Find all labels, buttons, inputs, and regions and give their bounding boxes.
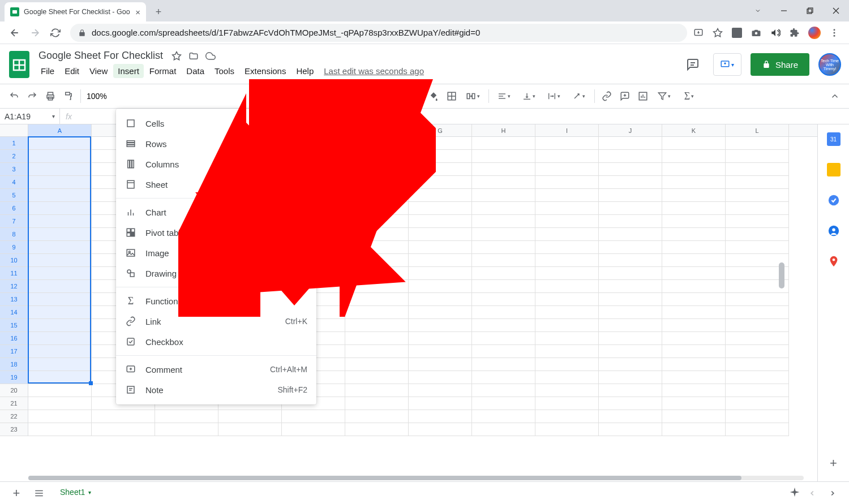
row-header[interactable]: 12 xyxy=(0,280,28,293)
cell[interactable] xyxy=(599,150,662,163)
minimize-button[interactable] xyxy=(771,0,797,21)
cell[interactable] xyxy=(599,189,662,202)
cell[interactable] xyxy=(535,332,599,345)
menu-extensions[interactable]: Extensions xyxy=(240,64,290,78)
cell[interactable] xyxy=(409,150,472,163)
cell[interactable] xyxy=(535,423,599,436)
cell[interactable] xyxy=(599,345,662,358)
cell[interactable] xyxy=(345,254,409,267)
cell[interactable] xyxy=(535,345,599,358)
row-header[interactable]: 6 xyxy=(0,202,28,215)
collapse-toolbar-icon[interactable] xyxy=(826,88,843,105)
text-color-button[interactable]: A xyxy=(401,88,418,105)
insert-menu-sheet[interactable]: SheetShift+ xyxy=(116,174,316,195)
last-edit-link[interactable]: Last edit was seconds ago xyxy=(319,64,428,78)
column-header[interactable]: A xyxy=(28,124,92,136)
cell[interactable] xyxy=(409,345,472,358)
text-wrap-button[interactable]: ▾ xyxy=(542,88,566,105)
functions-button[interactable]: Σ▾ xyxy=(678,88,701,105)
insert-menu-drawing[interactable]: Drawing xyxy=(116,263,316,283)
cell[interactable] xyxy=(282,410,345,423)
cell[interactable] xyxy=(409,176,472,189)
cell[interactable] xyxy=(28,397,92,410)
cell[interactable] xyxy=(28,306,92,319)
google-account-avatar[interactable]: Tech TimeWithTimmy! xyxy=(818,53,841,76)
cell[interactable] xyxy=(28,228,92,241)
row-header[interactable]: 20 xyxy=(0,384,28,397)
cell[interactable] xyxy=(662,345,726,358)
cell[interactable] xyxy=(472,397,535,410)
cell[interactable] xyxy=(599,241,662,254)
cell[interactable] xyxy=(726,176,789,189)
row-header[interactable]: 5 xyxy=(0,189,28,202)
url-field[interactable]: docs.google.com/spreadsheets/d/1F7abwzAF… xyxy=(70,24,687,42)
insert-comment-button[interactable] xyxy=(616,88,633,105)
browser-tab[interactable]: Google Sheet For Checklist - Goo × xyxy=(5,2,146,21)
row-header[interactable]: 13 xyxy=(0,293,28,306)
document-title[interactable]: Google Sheet For Checklist xyxy=(36,49,165,63)
chrome-menu-icon[interactable] xyxy=(829,27,840,38)
cell[interactable] xyxy=(535,202,599,215)
cell[interactable] xyxy=(662,163,726,176)
cell[interactable] xyxy=(218,423,282,436)
cell[interactable] xyxy=(345,423,409,436)
cell[interactable] xyxy=(472,423,535,436)
borders-button[interactable] xyxy=(443,88,460,105)
reload-button[interactable] xyxy=(46,24,65,42)
cell[interactable] xyxy=(535,228,599,241)
close-window-button[interactable] xyxy=(823,0,849,21)
cell[interactable] xyxy=(28,241,92,254)
insert-menu-link[interactable]: LinkCtrl+K xyxy=(116,311,316,331)
cell[interactable] xyxy=(345,137,409,150)
zoom-select[interactable]: 100% xyxy=(84,92,113,101)
cell[interactable] xyxy=(409,202,472,215)
forward-button[interactable] xyxy=(26,24,44,42)
cell[interactable] xyxy=(535,319,599,332)
cell[interactable] xyxy=(726,163,789,176)
install-app-icon[interactable] xyxy=(693,27,704,38)
cell[interactable] xyxy=(28,345,92,358)
cell[interactable] xyxy=(535,267,599,280)
row-header[interactable]: 18 xyxy=(0,358,28,371)
cell[interactable] xyxy=(28,189,92,202)
insert-menu-pivot-table[interactable]: Pivot table xyxy=(116,222,316,243)
cell[interactable] xyxy=(409,410,472,423)
cell[interactable] xyxy=(345,215,409,228)
row-header[interactable]: 3 xyxy=(0,163,28,176)
text-rotation-button[interactable]: ▾ xyxy=(567,88,591,105)
column-header[interactable]: H xyxy=(472,124,535,136)
column-header[interactable]: L xyxy=(726,124,789,136)
cell[interactable] xyxy=(472,267,535,280)
menu-format[interactable]: Format xyxy=(145,64,181,78)
cell[interactable] xyxy=(472,319,535,332)
cell[interactable] xyxy=(28,163,92,176)
cell[interactable] xyxy=(472,241,535,254)
cell[interactable] xyxy=(409,319,472,332)
cell[interactable] xyxy=(535,215,599,228)
cell[interactable] xyxy=(662,319,726,332)
cell[interactable] xyxy=(28,150,92,163)
add-sheet-button[interactable]: + xyxy=(8,485,25,502)
cell[interactable] xyxy=(662,371,726,384)
cell[interactable] xyxy=(345,241,409,254)
insert-menu-note[interactable]: NoteShift+F2 xyxy=(116,380,316,400)
explore-button[interactable] xyxy=(789,486,800,500)
extension-icon-1[interactable] xyxy=(731,27,743,38)
cell[interactable] xyxy=(535,384,599,397)
cell[interactable] xyxy=(662,280,726,293)
menu-insert[interactable]: Insert xyxy=(113,64,144,78)
insert-menu-image[interactable]: Image xyxy=(116,243,316,263)
cell[interactable] xyxy=(535,137,599,150)
sound-extension-icon[interactable] xyxy=(770,27,781,38)
cell[interactable] xyxy=(535,280,599,293)
sheet-tab-active[interactable]: Sheet1▾ xyxy=(53,484,98,502)
cell[interactable] xyxy=(535,358,599,371)
cell[interactable] xyxy=(662,358,726,371)
cell[interactable] xyxy=(282,423,345,436)
cell[interactable] xyxy=(726,228,789,241)
insert-menu-chart[interactable]: Chart xyxy=(116,202,316,222)
cell[interactable] xyxy=(599,163,662,176)
cell[interactable] xyxy=(662,137,726,150)
cell[interactable] xyxy=(535,163,599,176)
cell[interactable] xyxy=(472,358,535,371)
